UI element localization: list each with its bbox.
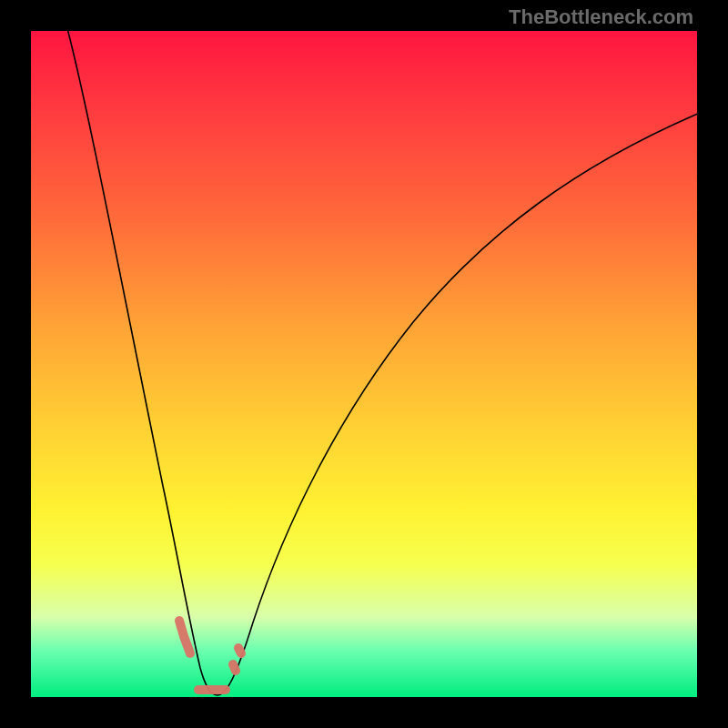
marker-right-dot-lower [233,664,236,671]
watermark-text: TheBottleneck.com [509,5,693,29]
chart-overlay [31,31,697,697]
plot-area [31,31,697,697]
marker-right-dot-upper [238,648,241,653]
bottleneck-curve [66,31,697,695]
chart-frame: TheBottleneck.com [0,0,728,728]
marker-left-blob [179,621,190,653]
